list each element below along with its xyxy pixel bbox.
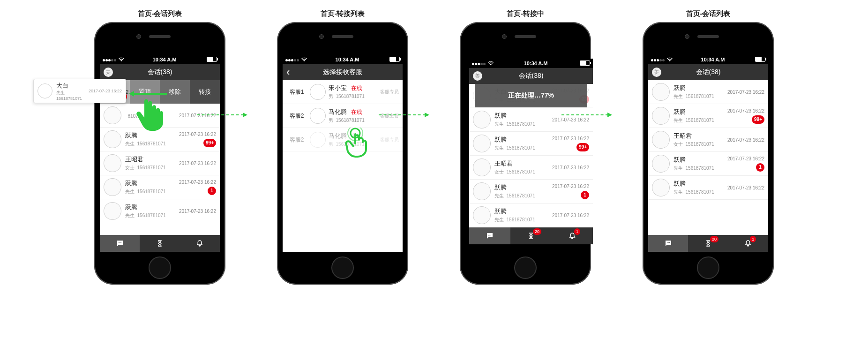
profile-avatar-button[interactable]: 姜 <box>104 68 113 77</box>
status-time: 10:34 A.M <box>153 57 177 62</box>
agent-row[interactable]: 客服2 马化腾 离线 男 15618781071 客服专员 <box>283 128 403 152</box>
avatar <box>473 135 491 152</box>
conversation-row[interactable]: 跃腾 先生 15618781071 2017-07-23 16:22 99+ <box>469 132 593 156</box>
navbar: 姜 会话(38) <box>648 64 768 80</box>
conversation-row[interactable]: 跃腾 先生 15618781071 2017-07-23 16:22 99+ <box>100 128 220 151</box>
row-sub: 先生 15618781071 <box>494 193 552 199</box>
remove-button[interactable]: 移除 <box>160 80 190 104</box>
nav-title: 会话(38) <box>519 72 544 80</box>
chat-icon <box>486 232 494 240</box>
tab-pending[interactable] <box>140 235 180 252</box>
row-time: 2017-07-23 16:22 <box>552 136 589 141</box>
avatar <box>310 84 326 100</box>
home-button[interactable] <box>697 256 719 279</box>
conversation-row[interactable]: 跃腾 先生 15618781071 2017-07-23 16:22 <box>648 80 768 104</box>
conversation-row[interactable]: 跃腾 先生 15618781071 2017-07-23 16:22 <box>469 204 593 227</box>
phone-frame: 10:34 A.M 姜 会话(38) 大白 先生 15618781071 201… <box>460 22 591 285</box>
profile-avatar-button[interactable]: 姜 <box>473 71 482 81</box>
agent-group-label: 客服2 <box>286 136 307 144</box>
battery-icon <box>207 57 217 62</box>
agent-sub: 男 15618781071 <box>329 117 380 124</box>
row-time: 2017-07-23 16:22 <box>552 165 589 170</box>
conversation-row[interactable]: 跃腾 先生 15618781071 2017-07-23 16:22 <box>648 176 768 200</box>
column-1: 首页-会话列表 大白 先生 15618781071 2017-07-23 16:… <box>94 9 225 285</box>
home-button[interactable] <box>149 256 171 279</box>
agent-status: 在线 <box>351 109 362 115</box>
svg-point-0 <box>119 242 120 243</box>
conversation-list[interactable]: 跃腾 先生 15618781071 2017-07-23 16:22 跃腾 先生… <box>648 80 768 235</box>
avatar <box>104 154 121 172</box>
conversation-row[interactable]: 王昭君 女士 15618781071 2017-07-23 16:22 <box>469 156 593 180</box>
unread-badge: 1 <box>581 191 589 199</box>
agent-name: 马化腾 <box>329 132 347 139</box>
agent-list[interactable]: 客服1 宋小宝 在线 男 15618781071 客服专员 客服2 马化腾 在线… <box>283 80 403 252</box>
row-time: 2017-07-23 16:22 <box>727 156 764 161</box>
conversation-list[interactable]: 07-23 16:22 23 置顶 移除 转接 81071 2017-07-23… <box>100 80 220 235</box>
svg-point-11 <box>669 242 670 243</box>
avatar <box>652 131 670 149</box>
tab-notify-badge: 1 <box>574 228 580 235</box>
svg-point-9 <box>667 242 668 243</box>
tab-notify[interactable]: 1 <box>728 235 768 252</box>
avatar <box>473 206 491 224</box>
conversation-row[interactable]: 跃腾 先生 15618781071 2017-07-23 16:22 1 <box>469 180 593 204</box>
home-button[interactable] <box>514 256 537 279</box>
row-time: 2017-07-23 16:22 <box>179 209 216 214</box>
tab-chat[interactable] <box>100 235 140 252</box>
row-sub: 女士 15618781071 <box>673 141 727 148</box>
svg-point-8 <box>491 235 492 236</box>
phone-frame: 10:34 A.M 姜 会话(38) 跃腾 先生 15618781071 201… <box>643 22 774 285</box>
avatar <box>37 83 52 98</box>
nav-title: 选择接收客服 <box>323 68 362 76</box>
unread-badge: 99+ <box>576 143 589 151</box>
caption: 首页-转接中 <box>507 9 544 18</box>
conversation-row[interactable]: 跃腾 先生 15618781071 2017-07-23 16:22 1 <box>100 175 220 199</box>
conversation-list[interactable]: 大白 先生 15618781071 2017-07-23 16:22 23 跃腾… <box>469 84 593 227</box>
navbar: 姜 会话(38) <box>469 68 593 84</box>
conversation-row[interactable]: 王昭君 女士 15618781071 2017-07-23 16:22 <box>648 128 768 152</box>
agent-row[interactable]: 客服1 宋小宝 在线 男 15618781071 客服专员 <box>283 80 403 104</box>
tabbar <box>100 235 220 252</box>
row-sub: 先生 15618781071 <box>673 117 727 124</box>
row-time: 2017-07-23 16:22 <box>552 213 589 218</box>
pin-button[interactable]: 置顶 <box>130 80 160 104</box>
unread-badge: 1 <box>756 163 764 172</box>
caption: 首页-会话列表 <box>138 9 182 18</box>
tabbar: 20 1 <box>648 235 768 252</box>
conversation-row[interactable]: 跃腾 先生 15618781071 2017-07-23 16:22 1 <box>648 152 768 176</box>
row-time: 2017-07-23 16:22 <box>727 137 764 143</box>
transfer-button[interactable]: 转接 <box>190 80 220 104</box>
tab-pending[interactable]: 20 <box>510 227 552 244</box>
tab-pending[interactable]: 20 <box>688 235 728 252</box>
agent-status: 在线 <box>351 85 362 91</box>
conversation-row[interactable]: 跃腾 先生 15618781071 2017-07-23 16:22 99+ <box>648 104 768 128</box>
profile-avatar-button[interactable]: 姜 <box>652 68 661 77</box>
home-button[interactable] <box>331 256 354 279</box>
caption: 首页-会话列表 <box>686 9 731 18</box>
unread-badge: 99+ <box>752 115 764 124</box>
row-time: 2017-07-23 16:22 <box>727 90 764 95</box>
avatar <box>104 178 121 196</box>
conversation-row[interactable]: 跃腾 先生 15618781071 2017-07-23 16:22 <box>100 199 220 223</box>
signal-dots-icon <box>103 57 117 62</box>
phone-frame: 10:34 A.M 姜 会话(38) 07-23 16:22 23 置顶 移除 <box>94 22 225 285</box>
tab-chat[interactable] <box>648 235 688 252</box>
tab-notify[interactable]: 1 <box>552 227 593 244</box>
nav-title: 会话(38) <box>696 68 721 76</box>
chat-icon <box>664 239 673 248</box>
row-sub: 先生 15618781071 <box>125 189 179 195</box>
tab-chat[interactable] <box>469 227 510 244</box>
agent-name: 马化腾 <box>329 108 347 115</box>
row-time: 2017-07-23 16:22 <box>179 113 216 118</box>
conversation-row[interactable]: 81071 2017-07-23 16:22 <box>100 104 220 128</box>
status-bar: 10:34 A.M <box>100 55 220 64</box>
row-name: 王昭君 <box>494 159 552 168</box>
agent-row[interactable]: 客服2 马化腾 在线 男 15618781071 客服主管 <box>283 104 403 128</box>
conversation-row[interactable]: 王昭君 女士 15618781071 2017-07-23 16:22 <box>100 151 220 175</box>
conversation-row[interactable]: 跃腾 先生 15618781071 2017-07-23 16:22 <box>469 108 593 132</box>
tab-notify-badge: 1 <box>750 236 756 242</box>
wifi-icon <box>488 61 494 66</box>
row-name: 跃腾 <box>673 84 727 92</box>
back-button[interactable]: ‹ <box>286 67 290 77</box>
tab-notify[interactable] <box>180 235 220 252</box>
